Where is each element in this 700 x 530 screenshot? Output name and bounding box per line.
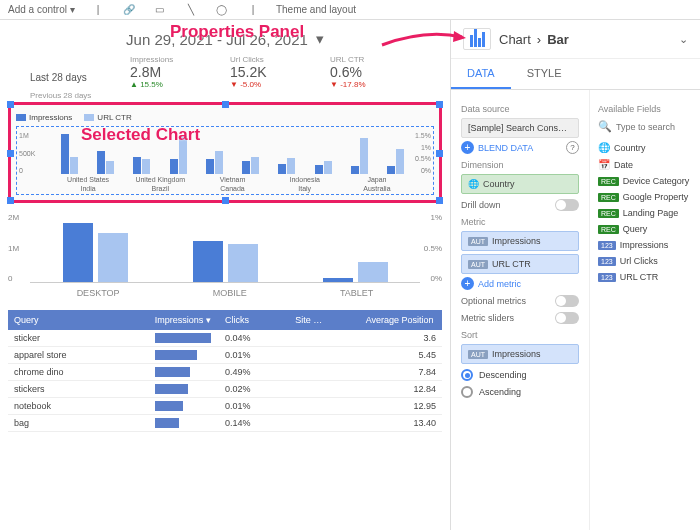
table-row[interactable]: stickers0.02%12.84: [8, 381, 442, 398]
image-icon[interactable]: ▭: [152, 2, 168, 18]
annotation-properties: Properties Panel: [170, 22, 304, 42]
table-row[interactable]: chrome dino0.49%7.84: [8, 364, 442, 381]
chart-legend: Impressions URL CTR: [16, 110, 434, 126]
resize-handle[interactable]: [7, 197, 14, 204]
field-item[interactable]: 123URL CTR: [598, 269, 692, 285]
tab-style[interactable]: STYLE: [511, 59, 578, 89]
y-axis-right: 1.5%1%0.5%0%: [415, 132, 431, 174]
panel-tabs: DATA STYLE: [451, 59, 700, 90]
chevron-down-icon[interactable]: ⌄: [679, 33, 688, 46]
data-source-pill[interactable]: [Sample] Search Consol...: [461, 118, 579, 138]
selected-chart[interactable]: Selected Chart Impressions URL CTR 1M500…: [8, 102, 442, 203]
data-source-label: Data source: [461, 104, 579, 114]
metric-sliders-toggle[interactable]: [555, 312, 579, 324]
x-axis: DESKTOPMOBILETABLET: [30, 288, 420, 298]
tab-data[interactable]: DATA: [451, 59, 511, 89]
field-item[interactable]: RECGoogle Property: [598, 189, 692, 205]
divider: |: [245, 2, 261, 18]
metric-pill[interactable]: AUTImpressions: [461, 231, 579, 251]
dimension-label: Dimension: [461, 160, 579, 170]
arrow-annotation: [380, 27, 470, 52]
sort-descending[interactable]: Descending: [461, 369, 579, 381]
dimension-pill[interactable]: 🌐Country: [461, 174, 579, 194]
metric-impressions: Impressions2.8M▲ 15.5%: [130, 55, 220, 89]
globe-icon: 🌐: [468, 179, 479, 189]
drill-down-label: Drill down: [461, 200, 501, 210]
field-item[interactable]: 123Impressions: [598, 237, 692, 253]
annotation-selected: Selected Chart: [81, 125, 200, 145]
resize-handle[interactable]: [222, 197, 229, 204]
field-item[interactable]: RECQuery: [598, 221, 692, 237]
shape-icon[interactable]: ◯: [214, 2, 230, 18]
metric-clicks: Url Clicks15.2K▼ -5.0%: [230, 55, 320, 89]
properties-panel: Chart › Bar ⌄ DATA STYLE Data source [Sa…: [450, 20, 700, 530]
field-item[interactable]: 123Url Clicks: [598, 253, 692, 269]
resize-handle[interactable]: [7, 150, 14, 157]
table-header[interactable]: Query Impressions ▾ Clicks Site … Averag…: [8, 310, 442, 330]
y-axis-left: 2M1M0: [8, 213, 19, 283]
blend-data-button[interactable]: +BLEND DATA?: [461, 141, 579, 154]
resize-handle[interactable]: [436, 101, 443, 108]
field-item[interactable]: RECLanding Page: [598, 205, 692, 221]
optional-metrics-label: Optional metrics: [461, 296, 526, 306]
report-canvas: Jun 29, 2021 - Jul 26, 2021 ▾ Last 28 da…: [0, 20, 450, 530]
metric-sliders-label: Metric sliders: [461, 313, 514, 323]
add-metric-button[interactable]: +Add metric: [461, 277, 579, 290]
metric-pill[interactable]: AUTURL CTR: [461, 254, 579, 274]
search-icon: 🔍: [598, 120, 612, 133]
url-icon[interactable]: 🔗: [121, 2, 137, 18]
help-icon[interactable]: ?: [566, 141, 579, 154]
field-item[interactable]: RECDevice Category: [598, 173, 692, 189]
divider: |: [90, 2, 106, 18]
theme-button[interactable]: Theme and layout: [276, 4, 356, 15]
sort-ascending[interactable]: Ascending: [461, 386, 579, 398]
available-fields-label: Available Fields: [598, 104, 692, 114]
x-labels: IndiaBrazilCanadaItalyAustralia: [52, 185, 413, 192]
field-item[interactable]: 🌐Country: [598, 139, 692, 156]
x-labels: United StatesUnited KingdomVietnamIndone…: [52, 176, 413, 183]
line-icon[interactable]: ╲: [183, 2, 199, 18]
previous-period: Previous 28 days: [0, 91, 450, 100]
y-axis-right: 1%0.5%0%: [424, 213, 442, 283]
y-axis-left: 1M500K0: [19, 132, 35, 174]
resize-handle[interactable]: [222, 101, 229, 108]
optional-metrics-toggle[interactable]: [555, 295, 579, 307]
last-28-label: Last 28 days: [30, 72, 120, 83]
breadcrumb: Chart › Bar: [499, 32, 569, 47]
resize-handle[interactable]: [436, 197, 443, 204]
table-row[interactable]: notebook0.01%12.95: [8, 398, 442, 415]
add-control-button[interactable]: Add a control ▾: [8, 4, 75, 15]
table-row[interactable]: apparel store0.01%5.45: [8, 347, 442, 364]
field-search[interactable]: 🔍: [598, 118, 692, 135]
field-item[interactable]: 📅Date: [598, 156, 692, 173]
device-chart[interactable]: 2M1M0 1%0.5%0% DESKTOPMOBILETABLET: [30, 213, 420, 298]
drill-down-toggle[interactable]: [555, 199, 579, 211]
resize-handle[interactable]: [7, 101, 14, 108]
table-row[interactable]: sticker0.04%3.6: [8, 330, 442, 347]
table-row[interactable]: bag0.14%13.40: [8, 415, 442, 432]
sort-label: Sort: [461, 330, 579, 340]
top-toolbar: Add a control ▾ | 🔗 ▭ ╲ ◯ | Theme and la…: [0, 0, 700, 20]
metric-ctr: URL CTR0.6%▼ -17.8%: [330, 55, 420, 89]
query-table: Query Impressions ▾ Clicks Site … Averag…: [8, 310, 442, 432]
metric-label: Metric: [461, 217, 579, 227]
chart-type-selector[interactable]: Chart › Bar ⌄: [451, 20, 700, 59]
resize-handle[interactable]: [436, 150, 443, 157]
sort-pill[interactable]: AUTImpressions: [461, 344, 579, 364]
